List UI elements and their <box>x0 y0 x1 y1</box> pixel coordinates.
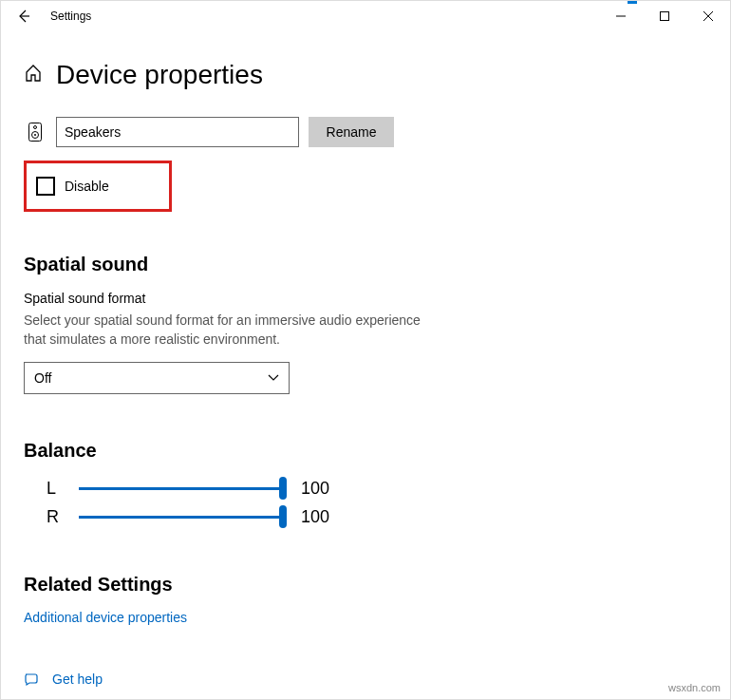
device-row: Rename <box>24 117 707 147</box>
content-area: Device properties Rename Disable Spatial… <box>1 31 730 700</box>
close-icon <box>703 11 713 21</box>
disable-checkbox[interactable] <box>36 177 55 196</box>
balance-left-row: L 100 <box>47 477 707 500</box>
rename-button[interactable]: Rename <box>309 117 394 147</box>
spatial-format-select[interactable]: Off <box>24 362 290 394</box>
spatial-sound-heading: Spatial sound <box>24 254 707 275</box>
balance-left-label: L <box>47 479 62 499</box>
additional-properties-link[interactable]: Additional device properties <box>24 610 187 625</box>
balance-right-value: 100 <box>301 507 329 527</box>
get-help-row[interactable]: Get help <box>24 672 707 687</box>
minimize-button[interactable] <box>599 1 643 31</box>
svg-rect-1 <box>661 12 669 21</box>
spatial-selected-value: Off <box>34 370 51 386</box>
related-settings-heading: Related Settings <box>24 574 707 596</box>
close-button[interactable] <box>686 1 730 31</box>
maximize-icon <box>660 11 669 21</box>
get-help-link: Get help <box>52 672 103 687</box>
disable-label: Disable <box>65 179 109 194</box>
chat-help-icon <box>24 672 39 687</box>
disable-checkbox-group[interactable]: Disable <box>24 161 172 212</box>
balance-right-label: R <box>47 507 62 527</box>
spatial-description: Select your spatial sound format for an … <box>24 312 441 349</box>
speaker-icon <box>24 123 47 142</box>
balance-right-slider[interactable] <box>79 505 284 528</box>
watermark: wsxdn.com <box>668 682 721 693</box>
balance-heading: Balance <box>24 440 707 462</box>
minimize-icon <box>616 11 626 21</box>
back-button[interactable] <box>7 1 41 31</box>
help-links: Get help Give feedback <box>24 672 707 700</box>
chevron-down-icon <box>268 374 279 382</box>
page-title: Device properties <box>56 60 263 90</box>
window-controls <box>599 1 730 31</box>
svg-point-7 <box>34 134 36 136</box>
balance-left-slider[interactable] <box>79 477 284 500</box>
arrow-left-icon <box>16 9 31 24</box>
window-title: Settings <box>50 9 91 23</box>
svg-point-5 <box>34 126 37 129</box>
maximize-button[interactable] <box>643 1 686 31</box>
spatial-format-subhead: Spatial sound format <box>24 291 707 306</box>
balance-left-value: 100 <box>301 479 329 499</box>
titlebar: Settings <box>1 1 730 31</box>
device-name-input[interactable] <box>56 117 299 147</box>
balance-right-row: R 100 <box>47 505 707 528</box>
page-header: Device properties <box>24 60 707 90</box>
home-icon[interactable] <box>24 64 43 86</box>
